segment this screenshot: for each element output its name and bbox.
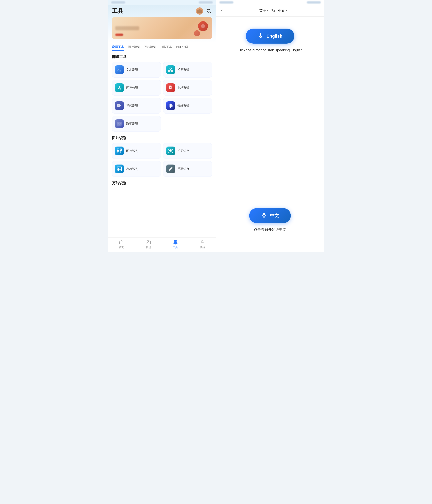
tool-image-recognition[interactable]: 图片识别 <box>112 143 161 159</box>
nav-home[interactable]: 首页 <box>108 239 135 249</box>
svg-rect-24 <box>120 149 121 150</box>
svg-text:A: A <box>170 86 171 88</box>
svg-text:a: a <box>120 122 121 125</box>
tool-label-video-translate: 视频翻译 <box>126 104 138 108</box>
nav-profile[interactable]: 我的 <box>189 239 216 249</box>
source-lang-label: 英语 <box>259 9 266 13</box>
tool-icon-table-recognition <box>115 164 124 173</box>
banner-button[interactable] <box>115 34 123 36</box>
svg-rect-40 <box>263 213 265 215</box>
tab-image-recognition[interactable]: 图片识别 <box>128 42 143 51</box>
swap-lang-button[interactable] <box>270 7 276 14</box>
status-icons-right <box>307 1 321 4</box>
svg-rect-30 <box>117 167 122 171</box>
right-panel: < 英语 ▼ 中文 ▼ <box>216 0 324 252</box>
tab-translate-tools[interactable]: 翻译工具 <box>112 42 127 51</box>
mic-icon-chinese <box>261 212 267 219</box>
english-voice-button[interactable]: English <box>246 29 294 44</box>
avatar[interactable] <box>196 7 203 15</box>
status-icons-left <box>199 1 213 4</box>
status-bar-left <box>108 0 216 5</box>
svg-rect-11 <box>169 105 169 107</box>
home-icon <box>119 239 124 245</box>
svg-rect-14 <box>171 104 172 107</box>
section-title-image: 图片识别 <box>112 135 212 140</box>
banner-badge <box>198 21 208 31</box>
cube-icon <box>173 239 178 245</box>
tool-icon-image-recognition <box>115 146 124 155</box>
banner-text <box>115 26 139 30</box>
tool-text-translate[interactable]: A α 文本翻译 <box>112 62 161 78</box>
section-title-translate: 翻译工具 <box>112 54 212 59</box>
tool-label-photo-translate: 拍照翻译 <box>177 68 189 72</box>
tool-simultaneous-interpret[interactable]: 同声传译 <box>112 80 161 96</box>
right-header: < 英语 ▼ 中文 ▼ <box>216 5 324 17</box>
tool-label-audio-translate: 音频翻译 <box>177 104 189 108</box>
right-content: English Click the button to start speaki… <box>216 17 324 252</box>
tool-label-photo-ocr: 拍图识字 <box>177 149 189 153</box>
english-btn-label: English <box>267 34 282 39</box>
english-voice-hint: Click the button to start speaking Engli… <box>238 48 303 53</box>
mic-icon-english <box>258 33 263 40</box>
target-lang-label: 中文 <box>278 9 285 13</box>
svg-rect-25 <box>118 152 118 152</box>
svg-point-29 <box>170 150 171 151</box>
tool-icon-word-translate: A a <box>115 119 124 128</box>
camera-icon <box>146 239 151 245</box>
nav-tools[interactable]: 工具 <box>162 239 189 249</box>
tool-handwriting-recognition[interactable]: 手写识别 <box>163 161 212 177</box>
tool-photo-translate[interactable]: 拍照翻译 <box>163 62 212 78</box>
target-lang-button[interactable]: 中文 ▼ <box>278 9 287 13</box>
tool-table-recognition[interactable]: 表格识别 <box>112 161 161 177</box>
chinese-btn-label: 中文 <box>270 213 279 219</box>
banner[interactable] <box>112 17 212 39</box>
svg-rect-15 <box>172 105 172 107</box>
tool-label-image-recognition: 图片识别 <box>126 149 138 153</box>
source-lang-arrow: ▼ <box>267 9 269 12</box>
nav-tools-label: 工具 <box>173 246 178 249</box>
svg-point-35 <box>147 242 149 243</box>
image-tools-grid: 图片识别 拍图识字 <box>112 143 212 177</box>
nav-camera[interactable]: 拍照 <box>135 239 162 249</box>
status-bar-right <box>216 0 324 5</box>
tool-icon-simultaneous <box>115 83 124 92</box>
tabs-bar: 翻译工具 图片识别 万能识别 扫描工具 PDF处理 <box>108 42 216 51</box>
tab-scan-tools[interactable]: 扫描工具 <box>160 42 175 51</box>
source-lang-button[interactable]: 英语 ▼ <box>259 9 269 13</box>
lang-selector: 英语 ▼ 中文 ▼ <box>227 7 320 14</box>
nav-camera-label: 拍照 <box>146 246 151 249</box>
left-content: 翻译工具 A α 文本翻译 <box>108 51 216 252</box>
tool-label-text-translate: 文本翻译 <box>126 68 138 72</box>
tool-audio-translate[interactable]: A 音频翻译 <box>163 98 212 114</box>
back-button[interactable]: < <box>220 7 224 14</box>
svg-rect-12 <box>169 104 170 107</box>
left-header: 工具 <box>108 5 216 42</box>
header-icons <box>196 7 212 15</box>
tool-icon-handwriting <box>166 164 175 173</box>
svg-text:A: A <box>118 105 119 107</box>
chinese-voice-button[interactable]: 中文 <box>249 208 291 223</box>
tool-label-word-translate: 取词翻译 <box>126 122 138 126</box>
search-button[interactable] <box>206 8 212 14</box>
page-title: 工具 <box>112 7 123 15</box>
svg-point-0 <box>207 9 210 12</box>
chinese-voice-hint: 点击按钮开始说中文 <box>254 227 286 232</box>
bottom-nav: 首页 拍照 工具 <box>108 237 216 252</box>
svg-line-1 <box>210 12 211 13</box>
translate-tools-grid: A α 文本翻译 拍照翻译 <box>112 62 212 132</box>
tool-doc-translate[interactable]: A 文档翻译 <box>163 80 212 96</box>
tool-label-handwriting: 手写识别 <box>177 167 189 171</box>
tool-video-translate[interactable]: A 视频翻译 <box>112 98 161 114</box>
tool-icon-audio-translate: A <box>166 101 175 110</box>
right-bottom-section: 中文 点击按钮开始说中文 <box>249 208 291 244</box>
tool-word-translate[interactable]: A a 取词翻译 <box>112 116 161 132</box>
status-time-left <box>111 1 125 4</box>
tab-pdf[interactable]: PDF处理 <box>176 42 191 51</box>
tool-label-table-recognition: 表格识别 <box>126 167 138 171</box>
tool-photo-ocr[interactable]: 拍图识字 <box>163 143 212 159</box>
svg-point-36 <box>202 240 203 242</box>
tab-universal-recognition[interactable]: 万能识别 <box>144 42 159 51</box>
section-title-universal: 万能识别 <box>112 181 212 186</box>
svg-rect-23 <box>118 149 118 150</box>
tool-label-simultaneous: 同声传译 <box>126 86 138 90</box>
